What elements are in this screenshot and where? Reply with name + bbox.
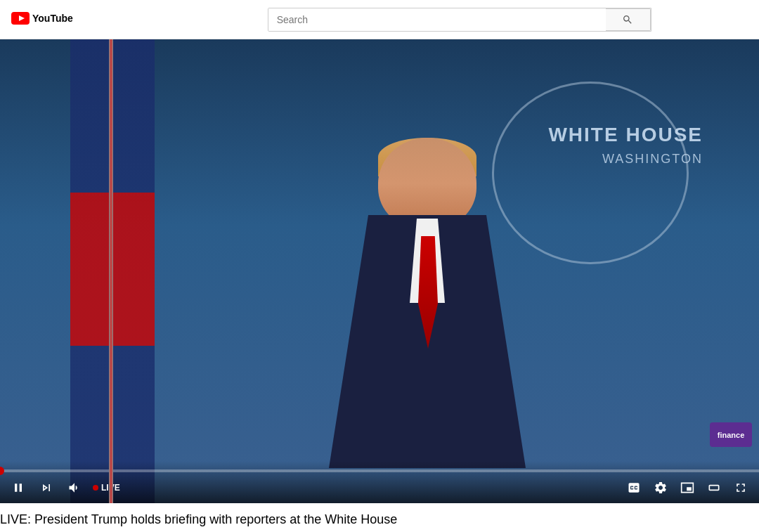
youtube-logo-icon: YouTube — [11, 11, 74, 27]
search-input[interactable] — [268, 8, 606, 31]
controls-row: LIVE — [0, 472, 759, 503]
logo-area[interactable]: YouTube — [11, 11, 74, 27]
volume-button[interactable] — [65, 478, 84, 498]
next-button[interactable] — [37, 478, 56, 498]
theater-button[interactable] — [704, 478, 724, 498]
video-title: LIVE: President Trump holds briefing wit… — [0, 512, 759, 528]
right-controls — [624, 478, 751, 498]
person-figure — [308, 138, 547, 461]
live-dot — [93, 485, 98, 491]
finance-badge: finance — [710, 422, 752, 447]
live-badge: LIVE — [93, 483, 120, 493]
search-area — [268, 8, 651, 32]
cc-button[interactable] — [624, 478, 644, 498]
miniplayer-button[interactable] — [677, 478, 697, 498]
video-player[interactable]: WHITE HOUSE WASHINGTON finance — [0, 39, 759, 503]
svg-text:YouTube: YouTube — [32, 13, 73, 24]
video-controls: LIVE — [0, 461, 759, 503]
wh-washington-text: WASHINGTON — [602, 152, 703, 167]
search-button[interactable] — [606, 8, 651, 31]
header: YouTube — [0, 0, 759, 39]
progress-bar[interactable] — [0, 469, 759, 472]
search-bar — [268, 8, 651, 32]
flag-pole — [109, 39, 113, 503]
video-scene: WHITE HOUSE WASHINGTON finance — [0, 39, 759, 503]
settings-button[interactable] — [651, 478, 670, 498]
video-info: LIVE: President Trump holds briefing wit… — [0, 503, 759, 532]
play-pause-button[interactable] — [8, 478, 28, 498]
main-content: WHITE HOUSE WASHINGTON finance — [0, 39, 759, 532]
wh-house-text: WHITE HOUSE — [548, 124, 703, 146]
fullscreen-button[interactable] — [731, 478, 751, 498]
